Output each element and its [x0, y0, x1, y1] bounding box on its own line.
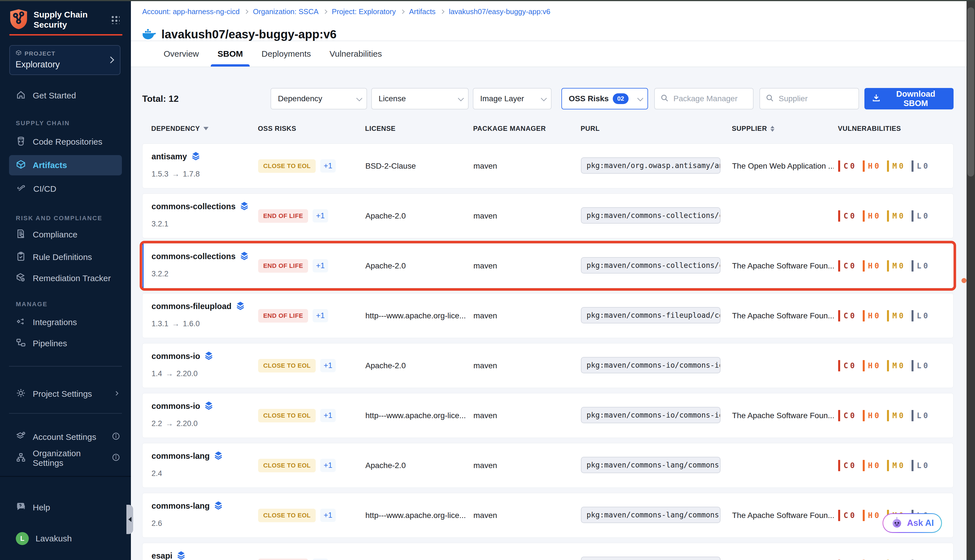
sidebar-item-cicd[interactable]: CI/CD — [9, 179, 122, 199]
dependency-version: 1.3.1 1.6.0 — [152, 320, 200, 328]
breadcrumb-link[interactable]: Artifacts — [409, 7, 436, 16]
ask-ai-button[interactable]: Ask AI — [883, 513, 942, 533]
column-header-supplier[interactable]: SUPPLIER — [732, 125, 775, 133]
tab-bar: OverviewSBOMDeploymentsVulnerabilities — [131, 41, 967, 67]
breadcrumb-link[interactable]: Project: Exploratory — [332, 7, 396, 16]
sidebar-item-code-repositories[interactable]: Code Repositories — [9, 132, 122, 152]
page-scrollbar[interactable] — [967, 0, 975, 560]
sidebar-item-integrations[interactable]: Integrations — [9, 312, 122, 332]
sidebar-item-remediation-tracker[interactable]: Remediation Tracker — [9, 268, 122, 288]
more-risks-badge[interactable]: +1 — [320, 509, 336, 522]
sidebar-collapse-handle[interactable] — [126, 505, 133, 534]
download-sbom-button[interactable]: Download SBOM — [865, 88, 953, 109]
more-risks-badge[interactable]: +1 — [320, 409, 336, 422]
breadcrumb-separator-icon — [323, 10, 327, 14]
vuln-count-L: L0 — [912, 160, 928, 172]
purl-value[interactable]: pkg:maven/commons-io/commons-io@… — [581, 357, 721, 373]
purl-value[interactable]: pkg:maven/org.owasp.antisamy/ant… — [581, 157, 721, 174]
app-title: Supply ChainSecurity — [33, 10, 88, 30]
vuln-count-M: M0 — [887, 260, 903, 272]
dependency-filter-select[interactable]: Dependency — [270, 88, 367, 109]
sidebar-item-artifacts[interactable]: Artifacts — [9, 155, 122, 175]
supplier-value: The Apache Software Foun... — [732, 262, 834, 270]
table-row[interactable]: antisamy 1.5.3 1.7.8 CLOSE TO EOL +1 BSD… — [142, 143, 953, 188]
table-row[interactable]: commons-io 2.2 2.20.0 CLOSE TO EOL +1 ht… — [142, 393, 953, 438]
sidebar-item-pipelines[interactable]: Pipelines — [9, 333, 122, 353]
severity-bar — [887, 210, 889, 222]
breadcrumb-link[interactable]: Organization: SSCA — [253, 7, 319, 16]
purl-cell: pkg:maven/commons-io/commons-io@… — [581, 357, 721, 375]
sidebar-item-rule-definitions[interactable]: Rule Definitions — [9, 247, 122, 267]
project-selector[interactable]: PROJECT Exploratory — [9, 45, 120, 75]
table-row[interactable]: esapi END OF LIFE +1 BSD-Creative Common… — [142, 543, 953, 560]
vuln-count-M: M0 — [887, 210, 903, 222]
tab-deployments[interactable]: Deployments — [260, 41, 312, 67]
app-grid-icon[interactable] — [110, 15, 120, 24]
tab-sbom[interactable]: SBOM — [216, 41, 244, 67]
column-header-dependency[interactable]: DEPENDENCY — [151, 125, 209, 133]
eol-status-badge: CLOSE TO EOL — [258, 409, 316, 422]
breadcrumb-separator-icon — [400, 10, 405, 14]
purl-value[interactable]: pkg:maven/commons-lang/commons-l… — [581, 457, 721, 473]
info-icon[interactable] — [112, 432, 120, 442]
table-row[interactable]: commons-collections 3.2.2 END OF LIFE +1… — [142, 243, 953, 288]
supplier-value: The Apache Software Foun... — [732, 311, 834, 320]
vulnerability-counts: C0H0M0L0 — [838, 310, 928, 322]
table-row[interactable]: commons-fileupload 1.3.1 1.6.0 END OF LI… — [142, 293, 953, 338]
breadcrumb-link[interactable]: lavakush07/easy-buggy-app:v6 — [449, 7, 551, 16]
severity-bar — [887, 260, 889, 272]
vuln-count-C: C0 — [838, 160, 855, 172]
breadcrumb-link[interactable]: Account: app-harness-ng-cicd — [142, 7, 240, 16]
sidebar-item-help[interactable]: Help — [9, 497, 122, 518]
sidebar-item-account-settings[interactable]: Account Settings — [9, 427, 122, 447]
purl-cell: pkg:maven/commons-collections/co… — [581, 257, 721, 275]
gear-icon — [16, 388, 26, 400]
more-risks-badge[interactable]: +1 — [312, 309, 328, 322]
sidebar-item-organization-settings[interactable]: Organization Settings — [9, 448, 122, 468]
severity-bar — [838, 210, 840, 222]
more-risks-badge[interactable]: +1 — [320, 459, 336, 472]
sidebar-item-get-started[interactable]: Get Started — [9, 85, 122, 106]
more-risks-badge[interactable]: +1 — [312, 558, 328, 560]
table-row[interactable]: commons-io 1.4 2.20.0 CLOSE TO EOL +1 Ap… — [142, 343, 953, 388]
dependency-name: commons-collections — [152, 252, 235, 261]
purl-value[interactable]: pkg:maven/commons-collections/co… — [581, 207, 721, 223]
oss-risks-cell: END OF LIFE +1 — [258, 558, 328, 560]
layers-icon — [204, 351, 214, 362]
breadcrumb-separator-icon — [244, 10, 249, 14]
purl-value[interactable]: pkg:maven/commons-lang/commons-l… — [581, 507, 721, 523]
more-risks-badge[interactable]: +1 — [312, 209, 328, 222]
user-menu[interactable]: L Lavakush — [9, 528, 122, 549]
supplier-value: The Apache Software Foun... — [732, 411, 834, 420]
scrollbar-thumb[interactable] — [967, 7, 974, 177]
vuln-count-L: L0 — [912, 360, 928, 372]
more-risks-badge[interactable]: +1 — [312, 259, 328, 272]
sidebar-item-project-settings[interactable]: Project Settings — [9, 384, 122, 404]
purl-value[interactable]: pkg:maven/commons-io/commons-io@… — [581, 407, 721, 423]
integrations-icon — [16, 317, 26, 328]
package-manager-search-input[interactable] — [673, 94, 745, 103]
table-row[interactable]: commons-lang 2.6 CLOSE TO EOL +1 http---… — [142, 493, 953, 538]
purl-value[interactable]: pkg:maven/commons-collections/co… — [581, 257, 721, 273]
package-manager-value: maven — [473, 411, 497, 420]
image-layer-filter-select[interactable]: Image Layer — [473, 88, 551, 109]
toolbar: Total: 12 Dependency License Image Layer… — [142, 88, 953, 109]
supplier-search-input[interactable] — [778, 94, 850, 103]
table-row[interactable]: commons-lang 2.4 CLOSE TO EOL +1 Apache-… — [142, 443, 953, 488]
info-icon[interactable] — [112, 453, 120, 463]
sidebar-item-compliance[interactable]: Compliance — [9, 225, 122, 245]
more-risks-badge[interactable]: +1 — [320, 159, 336, 173]
tab-overview[interactable]: Overview — [162, 41, 200, 67]
layers-icon — [214, 451, 223, 461]
severity-bar — [887, 360, 889, 372]
oss-risks-filter-select[interactable]: OSS Risks 02 — [561, 88, 648, 109]
purl-value[interactable]: pkg:maven/commons-fileupload/com… — [581, 307, 721, 323]
oss-risks-cell: END OF LIFE +1 — [258, 259, 328, 273]
table-row[interactable]: commons-collections 3.2.1 END OF LIFE +1… — [142, 193, 953, 238]
severity-bar — [838, 260, 840, 272]
license-filter-select[interactable]: License — [371, 88, 469, 109]
more-risks-badge[interactable]: +1 — [320, 359, 336, 372]
tab-vulnerabilities[interactable]: Vulnerabilities — [328, 41, 383, 67]
purl-value[interactable]: pkg:maven/org.owasp.esapi/esapi@… — [581, 557, 721, 560]
ask-ai-label: Ask AI — [907, 518, 934, 528]
